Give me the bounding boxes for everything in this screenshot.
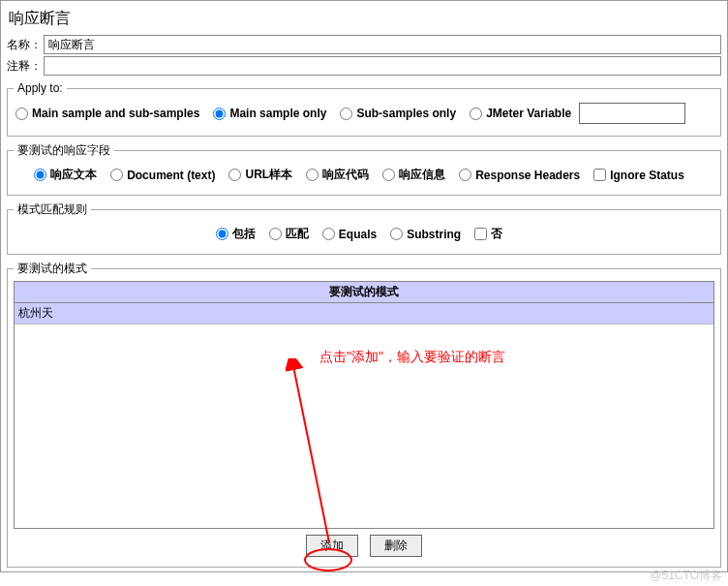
pattern-row[interactable]: 杭州天 bbox=[15, 303, 713, 324]
radio-main-and-sub[interactable] bbox=[15, 108, 28, 120]
comment-label: 注释： bbox=[7, 58, 44, 75]
radio-main-only[interactable] bbox=[213, 108, 226, 120]
label-equals[interactable]: Equals bbox=[339, 228, 377, 241]
apply-to-legend: Apply to: bbox=[14, 81, 67, 95]
radio-code[interactable] bbox=[306, 169, 318, 181]
radio-response-text[interactable] bbox=[34, 169, 46, 181]
radio-jmeter-var[interactable] bbox=[470, 108, 482, 120]
radio-document[interactable] bbox=[110, 169, 123, 181]
label-document[interactable]: Document (text) bbox=[127, 169, 215, 182]
radio-sub-only[interactable] bbox=[340, 108, 352, 120]
page-title: 响应断言 bbox=[7, 5, 721, 35]
label-main-and-sub[interactable]: Main sample and sub-samples bbox=[32, 107, 199, 120]
test-field-group: 要测试的响应字段 响应文本 Document (text) URL样本 响应代码… bbox=[7, 142, 721, 196]
label-response-text[interactable]: 响应文本 bbox=[50, 167, 97, 183]
label-not[interactable]: 否 bbox=[491, 226, 502, 242]
patterns-group: 要测试的模式 要测试的模式 杭州天 添加 删除 bbox=[7, 261, 721, 568]
checkbox-ignore-status[interactable] bbox=[593, 169, 606, 181]
checkbox-not[interactable] bbox=[474, 228, 487, 240]
label-matches[interactable]: 匹配 bbox=[286, 226, 309, 242]
label-message[interactable]: 响应信息 bbox=[399, 167, 445, 183]
label-sub-only[interactable]: Sub-samples only bbox=[356, 107, 456, 120]
radio-substring[interactable] bbox=[390, 228, 403, 240]
patterns-legend: 要测试的模式 bbox=[14, 261, 91, 277]
label-ignore-status[interactable]: Ignore Status bbox=[610, 169, 684, 182]
name-input[interactable] bbox=[44, 35, 721, 54]
add-button[interactable]: 添加 bbox=[306, 535, 358, 557]
comment-input[interactable] bbox=[44, 56, 721, 76]
match-rule-legend: 模式匹配规则 bbox=[14, 201, 91, 218]
radio-url[interactable] bbox=[228, 169, 241, 181]
patterns-table-header: 要测试的模式 bbox=[14, 281, 714, 303]
label-contains[interactable]: 包括 bbox=[232, 226, 256, 242]
label-code[interactable]: 响应代码 bbox=[322, 167, 369, 183]
label-main-only[interactable]: Main sample only bbox=[229, 107, 326, 120]
annotation-text: 点击"添加"，输入要验证的断言 bbox=[319, 349, 505, 366]
label-url[interactable]: URL样本 bbox=[245, 167, 292, 183]
radio-contains[interactable] bbox=[216, 228, 228, 240]
patterns-table-body[interactable]: 杭州天 bbox=[14, 303, 714, 529]
radio-equals[interactable] bbox=[322, 228, 335, 240]
radio-headers[interactable] bbox=[459, 169, 471, 181]
test-field-legend: 要测试的响应字段 bbox=[14, 142, 114, 159]
apply-to-group: Apply to: Main sample and sub-samples Ma… bbox=[7, 81, 721, 137]
jmeter-var-input[interactable] bbox=[579, 103, 685, 124]
label-substring[interactable]: Substring bbox=[407, 228, 461, 241]
delete-button[interactable]: 删除 bbox=[370, 535, 422, 557]
name-label: 名称： bbox=[7, 37, 44, 53]
label-headers[interactable]: Response Headers bbox=[475, 169, 580, 182]
watermark: @51CTO博客 bbox=[650, 568, 722, 584]
radio-message[interactable] bbox=[382, 169, 395, 181]
radio-matches[interactable] bbox=[269, 228, 282, 240]
label-jmeter-var[interactable]: JMeter Variable bbox=[486, 107, 571, 120]
match-rule-group: 模式匹配规则 包括 匹配 Equals Substring 否 bbox=[7, 201, 721, 255]
